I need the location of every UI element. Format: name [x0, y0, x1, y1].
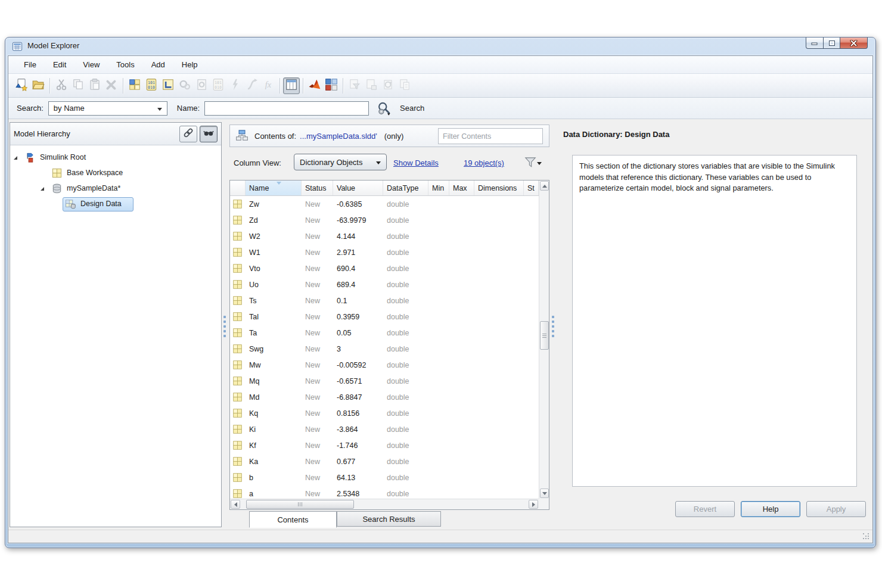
detail-description[interactable]: This section of the dictionary stores va… — [572, 155, 857, 487]
column-header-max[interactable]: Max — [449, 181, 474, 195]
table-row-Uo[interactable]: UoNew689.4double — [230, 276, 539, 293]
tree-item-label: mySampleData* — [67, 184, 120, 192]
column-header-value[interactable]: Value — [333, 181, 383, 195]
table-row-Kf[interactable]: KfNew-1.746double — [230, 437, 539, 453]
cell-datatype: double — [383, 345, 428, 353]
menu-help[interactable]: Help — [173, 58, 206, 72]
column-header-name[interactable]: Name — [246, 181, 302, 195]
grid-icon — [232, 231, 243, 241]
cell-name: W1 — [246, 248, 302, 257]
dictionary-file-link[interactable]: ...mySampleData.sldd' — [300, 132, 377, 141]
objects-table: NameStatusValueDataTypeMinMaxDimensionsS… — [229, 180, 549, 510]
help-button[interactable]: Help — [741, 501, 800, 517]
table-row-Zd[interactable]: ZdNew-63.9979double — [230, 212, 539, 228]
vertical-scrollbar[interactable] — [539, 181, 549, 499]
column-header-datatype[interactable]: DataType — [383, 181, 428, 195]
column-header-min[interactable]: Min — [428, 181, 449, 195]
new-function-button: fx — [260, 77, 277, 94]
simulink-library-button[interactable] — [323, 77, 340, 94]
cell-name: Mw — [246, 361, 302, 369]
menu-file[interactable]: File — [15, 58, 45, 72]
revert-button: Revert — [675, 501, 735, 517]
table-row-Ka[interactable]: KaNew0.677double — [230, 453, 539, 469]
table-row-Md[interactable]: MdNew-6.8847double — [230, 389, 539, 405]
tab-search-results[interactable]: Search Results — [337, 511, 441, 527]
table-row-Mq[interactable]: MqNew-0.6571double — [230, 373, 539, 389]
menu-add[interactable]: Add — [143, 58, 173, 72]
menu-view[interactable]: View — [74, 58, 108, 72]
new-configuration-reference-button — [193, 77, 210, 94]
cell-status: New — [302, 329, 333, 337]
table-row-Ki[interactable]: KiNew-3.864double — [230, 421, 539, 437]
detail-buttons: RevertHelpApply — [557, 501, 871, 518]
right-splitter[interactable] — [552, 316, 554, 341]
table-row-Mw[interactable]: MwNew-0.00592double — [230, 357, 539, 373]
table-row-Swg[interactable]: SwgNew3double — [230, 341, 539, 357]
tree-item-design-data[interactable]: Design Data — [10, 197, 221, 212]
table-row-Ta[interactable]: TaNew0.05double — [230, 325, 539, 341]
new-configuration-reference-icon — [195, 78, 208, 94]
search-button[interactable]: Search — [400, 104, 424, 113]
scroll-left-button[interactable] — [231, 500, 240, 509]
main-area: Model Hierarchy Simulink RootBase Worksp… — [8, 119, 872, 530]
filter-options-button[interactable] — [524, 155, 542, 171]
tab-contents[interactable]: Contents — [249, 511, 337, 528]
search-icon[interactable] — [376, 101, 392, 116]
cut-button — [53, 77, 70, 94]
minimize-button[interactable] — [806, 38, 824, 49]
titlebar[interactable]: Model Explorer — [5, 38, 875, 55]
hierarchy-icon — [235, 129, 249, 144]
table-row-Zw[interactable]: ZwNew-0.6385double — [230, 196, 539, 212]
new-variable-button[interactable] — [126, 77, 143, 94]
search-mode-select[interactable]: by Name — [48, 101, 167, 116]
scroll-up-button[interactable] — [540, 181, 549, 191]
table-row-Kq[interactable]: KqNew0.8156double — [230, 405, 539, 421]
new-lookup-table-button[interactable] — [160, 77, 176, 94]
tree-expander-icon[interactable] — [41, 187, 44, 191]
search-name-input[interactable] — [204, 101, 369, 116]
table-row-a[interactable]: aNew2.5348double — [230, 486, 539, 499]
menu-edit[interactable]: Edit — [45, 58, 74, 72]
menu-tools[interactable]: Tools — [108, 58, 142, 72]
open-button[interactable] — [30, 77, 46, 94]
tree-item-mysampledata-[interactable]: mySampleData* — [10, 181, 221, 197]
vertical-scroll-thumb[interactable] — [540, 321, 549, 350]
column-view-button[interactable] — [283, 77, 300, 94]
column-header-st[interactable]: St — [524, 181, 539, 195]
new-model-button[interactable] — [13, 77, 30, 94]
close-button[interactable] — [840, 38, 868, 49]
link-dictionary-button[interactable] — [179, 126, 197, 142]
tree-item-base-workspace[interactable]: Base Workspace — [10, 166, 221, 181]
matlab-button[interactable] — [306, 77, 323, 94]
table-row-b[interactable]: bNew64.13double — [230, 469, 539, 486]
resize-grip[interactable] — [863, 533, 870, 540]
scroll-down-button[interactable] — [540, 489, 549, 498]
cell-status: New — [302, 441, 333, 450]
cell-name: Ta — [246, 329, 302, 337]
maximize-button[interactable] — [823, 38, 840, 49]
show-details-link[interactable]: Show Details — [393, 158, 439, 167]
show-current-system-button[interactable] — [200, 126, 218, 142]
tree-item-label: Base Workspace — [67, 169, 123, 177]
left-splitter[interactable] — [223, 316, 226, 341]
object-count-link[interactable]: 19 object(s) — [464, 158, 504, 167]
tree-item-simulink-root[interactable]: Simulink Root — [10, 150, 221, 166]
table-row-W2[interactable]: W2New4.144double — [230, 228, 539, 244]
window-controls — [806, 38, 868, 49]
column-header-dimensions[interactable]: Dimensions — [474, 181, 524, 195]
horizontal-scrollbar[interactable] — [230, 499, 539, 509]
table-row-Tal[interactable]: TalNew0.3959double — [230, 309, 539, 325]
table-row-Ts[interactable]: TsNew0.1double — [230, 293, 539, 309]
scroll-right-button[interactable] — [529, 500, 538, 509]
new-data-object-button[interactable]: 101010 — [143, 77, 160, 94]
column-view-select[interactable]: Dictionary Objects — [294, 154, 387, 170]
horizontal-scroll-thumb[interactable] — [246, 500, 354, 509]
tree-expander-icon[interactable] — [14, 156, 17, 160]
grid-icon — [232, 392, 243, 402]
table-row-Vto[interactable]: VtoNew690.4double — [230, 260, 539, 276]
bottom-tabs: ContentsSearch Results — [229, 511, 549, 528]
cell-status: New — [302, 200, 333, 209]
filter-contents-input[interactable] — [438, 128, 543, 144]
column-header-status[interactable]: Status — [302, 181, 333, 195]
table-row-W1[interactable]: W1New2.971double — [230, 244, 539, 260]
